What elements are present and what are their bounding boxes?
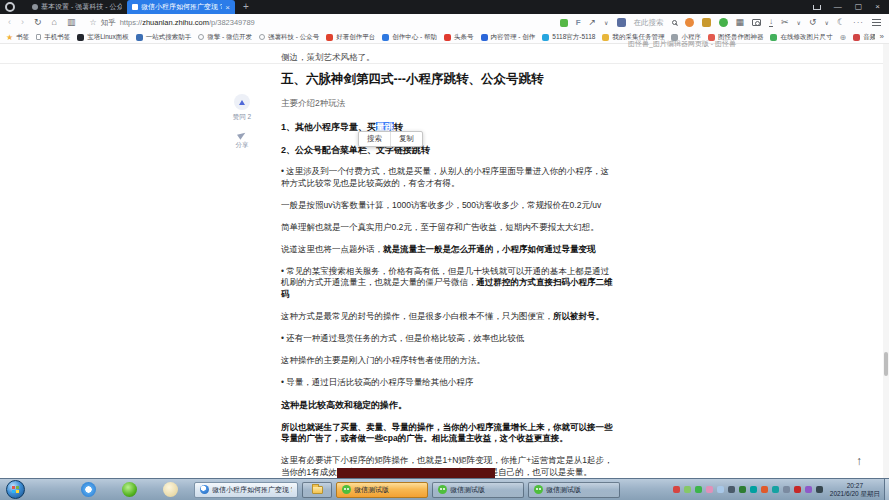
- scissors-chevron-icon[interactable]: ∨: [797, 19, 801, 26]
- start-button[interactable]: [6, 480, 25, 499]
- bookmark-label: 强薯科技 - 公众号: [268, 33, 319, 42]
- tab[interactable]: 基本设置 - 强薯科技 - 公众平台官方: [27, 0, 127, 14]
- tray-icon-5[interactable]: [717, 486, 724, 493]
- reload-icon[interactable]: ↻: [34, 14, 42, 31]
- tray-icon-3[interactable]: [695, 486, 702, 493]
- back-icon[interactable]: ‹: [8, 14, 11, 31]
- bookmark-item[interactable]: ⊕: [839, 34, 846, 41]
- taskbar-button-browser[interactable]: 微信小程序如何推广变现？: [194, 482, 298, 498]
- screenshot-camera-icon[interactable]: [752, 19, 761, 26]
- url-text[interactable]: https://zhuanlan.zhihu.com/p/382349789: [120, 18, 255, 27]
- pinned-browser-icon[interactable]: [81, 482, 96, 497]
- bookmark-item[interactable]: 强薯科技 - 公众号: [259, 33, 319, 42]
- bookmark-item[interactable]: 好署创作平台: [326, 33, 375, 42]
- menu-icon[interactable]: [872, 19, 881, 26]
- article-title: 五、六脉神剑第四式---小程序跳转、公众号跳转: [281, 71, 614, 87]
- article-paragraph: 说道这里也将一点题外话，就是流量主一般是怎么开通的，小程序如何通过导量变现: [281, 244, 614, 256]
- undo-chevron-icon[interactable]: ∨: [825, 19, 829, 26]
- tray-icon-13[interactable]: [805, 486, 812, 493]
- bookmark-item[interactable]: 宝塔Linux面板: [77, 33, 129, 42]
- close-button[interactable]: ×: [875, 0, 880, 14]
- maximize-button[interactable]: ▢: [855, 0, 863, 14]
- minimize-button[interactable]: —: [834, 0, 842, 14]
- article-paragraph: 2、公众号配合菜单栏、文字链接跳转: [281, 144, 614, 156]
- flash-icon[interactable]: F: [576, 18, 581, 27]
- pinned-app-pale-icon[interactable]: [163, 482, 178, 497]
- tray-icon-8[interactable]: [750, 486, 757, 493]
- scissors-icon[interactable]: ✂: [781, 14, 789, 31]
- upvote-button[interactable]: [234, 94, 250, 110]
- bookmark-item[interactable]: 头条号: [444, 33, 474, 42]
- taskbar-button-explorer[interactable]: [302, 482, 332, 498]
- new-tab-button[interactable]: +: [243, 0, 249, 14]
- taskbar: 微信小程序如何推广变现？ 微信测试版 微信测试版 微信测试版 20:27 202…: [0, 478, 889, 500]
- scrollbar-thumb[interactable]: [884, 352, 888, 376]
- bookmark-item[interactable]: 一站式搜索助手: [136, 33, 192, 42]
- bookmark-item[interactable]: 微擎 - 微信开发: [198, 33, 252, 42]
- share-label[interactable]: 分享: [224, 141, 260, 150]
- tray-icon-7[interactable]: [739, 486, 746, 493]
- show-desktop-button[interactable]: [884, 479, 889, 500]
- extension-icon-2[interactable]: [702, 18, 711, 27]
- extension-icon-3[interactable]: [719, 18, 728, 27]
- bookmark-item[interactable]: 内容管理 - 创作: [481, 33, 536, 42]
- toolbar-search-label[interactable]: 在此搜索: [634, 18, 664, 28]
- tab-active[interactable]: 微信小程序如何推广变现？×: [127, 0, 235, 14]
- bookmark-item[interactable]: ★书签: [6, 33, 29, 42]
- extension-icon-1[interactable]: [685, 18, 694, 27]
- tray-icon-9[interactable]: [761, 486, 768, 493]
- selected-text: 量跳: [376, 122, 394, 132]
- download-icon[interactable]: ↓: [769, 18, 773, 27]
- search-icon[interactable]: [672, 20, 677, 25]
- bookmark-item[interactable]: 5118官方-5118: [542, 33, 595, 42]
- pinned-app-green-icon[interactable]: [122, 482, 137, 497]
- address-bar[interactable]: ☆ 知乎 https://zhuanlan.zhihu.com/p/382349…: [90, 18, 255, 28]
- bookmark-label: 手机书签: [44, 33, 70, 42]
- download-tray-icon[interactable]: [813, 5, 821, 10]
- tab-strip: 基本设置 - 强薯科技 - 公众平台官方微信小程序如何推广变现？×: [27, 0, 235, 14]
- bookmark-item[interactable]: 手机书签: [36, 33, 70, 42]
- tray-icon-4[interactable]: [706, 486, 713, 493]
- taskbar-clock[interactable]: 20:27 2021/6/20 星期日: [830, 482, 880, 498]
- share-plane-icon[interactable]: [237, 130, 247, 140]
- bookmark-favicon: [77, 34, 84, 41]
- bookmark-favicon: [444, 34, 451, 41]
- taskbar-button-wechat-3[interactable]: 微信测试版: [528, 482, 620, 498]
- selection-search-button[interactable]: 搜索: [359, 132, 390, 146]
- text-segment: • 导量，通过日活比较高的小程序导量给其他小程序: [281, 377, 473, 387]
- avatar[interactable]: [617, 18, 626, 27]
- bookmark-item[interactable]: 创作中心 - 帮助: [382, 33, 437, 42]
- grid-icon[interactable]: ▦: [736, 14, 745, 31]
- more-icon[interactable]: ···: [853, 18, 864, 27]
- selection-copy-button[interactable]: 复制: [390, 132, 422, 146]
- tray-icon-11[interactable]: [783, 486, 790, 493]
- forward-icon[interactable]: ›: [21, 14, 24, 31]
- browser-logo-icon[interactable]: [5, 2, 15, 12]
- reader-green-icon[interactable]: [560, 19, 568, 27]
- chevron-down-icon[interactable]: ∨: [604, 19, 608, 26]
- tray-icon-2[interactable]: [684, 486, 691, 493]
- undo-icon[interactable]: ↺: [809, 14, 817, 31]
- tab-close-icon[interactable]: ×: [225, 3, 230, 12]
- text-segment: 一般是按照uv访客数量计算，1000访客收多少，500访客收多少，常规报价在0.…: [281, 200, 601, 210]
- text-selection-popup: 搜索 复制: [358, 131, 423, 147]
- tray-icon-6[interactable]: [728, 486, 735, 493]
- share-icon[interactable]: ↗: [589, 14, 597, 31]
- tray-icon-1[interactable]: [673, 486, 680, 493]
- bookmarks-overflow-icon[interactable]: »: [875, 31, 889, 43]
- taskbar-button-wechat-2[interactable]: 微信测试版: [432, 482, 524, 498]
- bookmark-star-icon[interactable]: ☆: [90, 18, 97, 27]
- taskbar-button-wechat-1[interactable]: 微信测试版: [336, 482, 428, 498]
- taskbar-button-label: 微信测试版: [354, 485, 389, 495]
- home-icon[interactable]: ⌂: [52, 14, 57, 31]
- tab-title: 基本设置 - 强薯科技 - 公众平台官方: [41, 2, 122, 12]
- tray-icon-12[interactable]: [794, 486, 801, 493]
- night-mode-icon[interactable]: ☾: [837, 14, 845, 31]
- article-paragraph: 1、其他小程序导量、买量跳转: [281, 121, 614, 133]
- tray-icon-10[interactable]: [772, 486, 779, 493]
- scrollbar[interactable]: [883, 44, 889, 478]
- bookmark-item[interactable]: 在线修改图片尺寸: [770, 33, 832, 42]
- tray-icon-14[interactable]: [816, 486, 823, 493]
- back-to-top-icon[interactable]: ↑: [856, 454, 862, 468]
- reader-mode-icon[interactable]: ▥: [67, 14, 76, 31]
